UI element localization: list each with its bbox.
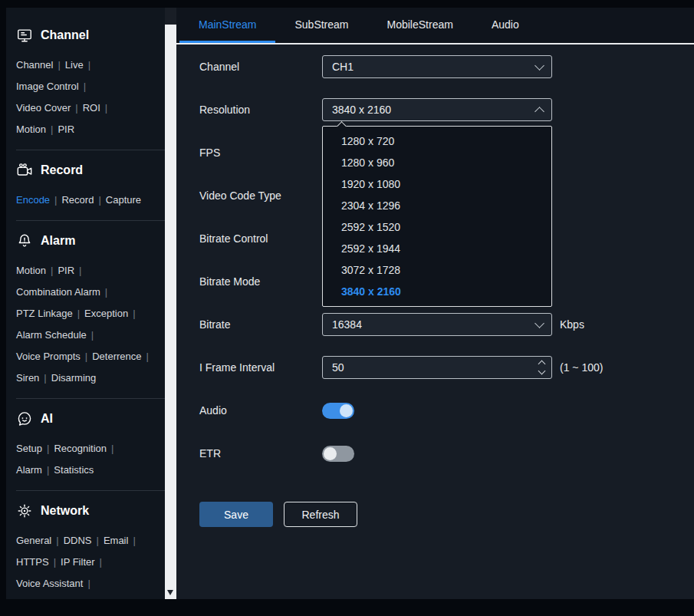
sidebar-item-ip-filter[interactable]: IP Filter: [61, 556, 95, 568]
sidebar-item-motion[interactable]: Motion: [16, 124, 46, 135]
i-frame-interval-value: 50: [332, 361, 344, 374]
etr-toggle[interactable]: [322, 446, 354, 462]
number-spinner[interactable]: [539, 361, 544, 374]
sidebar-link-line: Alarm Schedule|: [16, 324, 160, 346]
sidebar-item-recognition[interactable]: Recognition: [54, 443, 107, 454]
bitrate-select-value: 16384: [332, 318, 362, 331]
sidebar-item-siren[interactable]: Siren: [16, 372, 39, 384]
sidebar-item-exception[interactable]: Exception: [84, 308, 128, 319]
resolution-select-value: 3840 x 2160: [332, 104, 391, 116]
sidebar-section-title: Record: [41, 163, 83, 177]
i-frame-interval-range: (1 ~ 100): [560, 361, 603, 374]
refresh-button[interactable]: Refresh: [284, 502, 357, 527]
sidebar-item-image-control[interactable]: Image Control: [16, 81, 79, 92]
channel-select[interactable]: CH1: [322, 55, 552, 78]
sidebar-item-alarm[interactable]: Alarm: [16, 464, 42, 476]
sidebar-item-live[interactable]: Live: [65, 59, 84, 71]
sidebar-header-record[interactable]: Record: [16, 159, 160, 182]
sidebar-sections: ChannelChannel|Live|Image Control|Video …: [16, 15, 165, 599]
scrollbar-down-arrow-icon[interactable]: [167, 590, 173, 595]
tab-substream[interactable]: SubStream: [275, 8, 367, 43]
sidebar-item-voice-prompts[interactable]: Voice Prompts: [16, 351, 81, 362]
camera-settings-screen: ChannelChannel|Live|Image Control|Video …: [0, 0, 694, 616]
sidebar-item-ddns[interactable]: DDNS: [64, 535, 92, 546]
form-row-bitrate: Bitrate 16384 Kbps: [199, 313, 694, 336]
sidebar-item-ptz-linkage[interactable]: PTZ Linkage: [16, 308, 73, 319]
toggle-knob: [324, 447, 337, 460]
sidebar-link-line: Video Cover|ROI|: [16, 97, 160, 119]
etr-label: ETR: [199, 447, 322, 460]
chevron-down-icon: [534, 318, 544, 328]
alarm-bell-icon: [16, 232, 33, 249]
sidebar-scrollbar[interactable]: [165, 8, 176, 599]
toggle-knob: [340, 404, 353, 417]
sidebar-link-line: Motion|PIR|: [16, 260, 160, 282]
sidebar-item-encode[interactable]: Encode: [16, 194, 50, 206]
bitrate-mode-label: Bitrate Mode: [199, 275, 322, 288]
sidebar-item-alarm-schedule[interactable]: Alarm Schedule: [16, 329, 87, 341]
sidebar-item-deterrence[interactable]: Deterrence: [92, 351, 141, 362]
sidebar-header-network[interactable]: Network: [16, 499, 160, 522]
sidebar-item-record[interactable]: Record: [61, 194, 94, 206]
resolution-option-1280-x-960[interactable]: 1280 x 960: [323, 152, 551, 173]
sidebar-item-motion[interactable]: Motion: [16, 265, 46, 276]
sidebar-section-ai: AISetup|Recognition|Alarm|Statistics: [16, 399, 165, 491]
sidebar-item-general[interactable]: General: [16, 535, 51, 546]
sidebar-header-channel[interactable]: Channel: [16, 24, 160, 47]
pipe-separator: |: [79, 265, 81, 276]
sidebar-link-line: Image Control|: [16, 76, 160, 97]
sidebar-header-ai[interactable]: AI: [16, 407, 160, 430]
sidebar-section-title: Network: [41, 504, 89, 518]
resolution-option-1920-x-1080[interactable]: 1920 x 1080: [323, 173, 551, 195]
audio-toggle[interactable]: [322, 403, 354, 419]
sidebar-item-pir[interactable]: PIR: [58, 124, 74, 135]
sidebar-item-voice-assistant[interactable]: Voice Assistant: [16, 578, 83, 589]
sidebar-item-pir[interactable]: PIR: [58, 265, 74, 276]
bitrate-control-label: Bitrate Control: [199, 232, 322, 245]
sidebar-item-channel[interactable]: Channel: [16, 59, 53, 71]
resolution-select[interactable]: 3840 x 2160: [322, 98, 552, 121]
resolution-option-2592-x-1520[interactable]: 2592 x 1520: [323, 216, 551, 238]
sidebar-item-setup[interactable]: Setup: [16, 443, 42, 454]
pipe-separator: |: [91, 329, 94, 341]
resolution-option-3072-x-1728[interactable]: 3072 x 1728: [323, 259, 551, 281]
pipe-separator: |: [87, 578, 90, 589]
sidebar-item-disarming[interactable]: Disarming: [51, 372, 97, 384]
channel-label: Channel: [199, 61, 322, 73]
sidebar-section-title: Channel: [41, 28, 89, 42]
spinner-down-icon[interactable]: [538, 367, 546, 375]
resolution-option-3840-x-2160[interactable]: 3840 x 2160: [323, 281, 551, 302]
sidebar-item-https[interactable]: HTTPS: [16, 556, 49, 568]
save-button[interactable]: Save: [199, 502, 273, 527]
tab-audio[interactable]: Audio: [472, 8, 538, 43]
network-globe-icon: [16, 502, 33, 519]
form-buttons: Save Refresh: [199, 502, 694, 527]
sidebar-item-capture[interactable]: Capture: [106, 194, 141, 206]
i-frame-interval-input[interactable]: 50: [322, 356, 552, 379]
form-row-etr: ETR: [199, 442, 694, 465]
resolution-option-2592-x-1944[interactable]: 2592 x 1944: [323, 238, 551, 259]
sidebar-section-record: RecordEncode|Record|Capture: [16, 150, 165, 221]
scrollbar-thumb[interactable]: [165, 8, 176, 25]
sidebar-link-line: Alarm|Statistics: [16, 460, 160, 481]
resolution-option-1280-x-720[interactable]: 1280 x 720: [323, 130, 551, 152]
tab-mainstream[interactable]: MainStream: [179, 8, 275, 43]
form-row-i-frame-interval: I Frame Interval 50 (1 ~ 100): [199, 356, 694, 379]
tab-mobilestream[interactable]: MobileStream: [368, 8, 472, 43]
pipe-separator: |: [77, 308, 80, 319]
sidebar-item-video-cover[interactable]: Video Cover: [16, 102, 71, 114]
sidebar-item-roi[interactable]: ROI: [83, 102, 100, 114]
resolution-option-2304-x-1296[interactable]: 2304 x 1296: [323, 195, 551, 216]
pipe-separator: |: [84, 81, 86, 92]
sidebar-item-email[interactable]: Email: [104, 535, 129, 546]
pipe-separator: |: [54, 556, 56, 568]
pipe-separator: |: [146, 351, 149, 362]
pipe-separator: |: [85, 351, 87, 362]
sidebar-header-alarm[interactable]: Alarm: [16, 229, 160, 252]
channel-select-value: CH1: [332, 61, 354, 73]
sidebar-item-combination-alarm[interactable]: Combination Alarm: [16, 286, 100, 298]
sidebar-link-line: HTTPS|IP Filter|: [16, 552, 160, 573]
main-content: MainStreamSubStreamMobileStreamAudio Cha…: [176, 8, 694, 599]
sidebar-item-statistics[interactable]: Statistics: [54, 464, 94, 476]
bitrate-select[interactable]: 16384: [322, 313, 552, 336]
